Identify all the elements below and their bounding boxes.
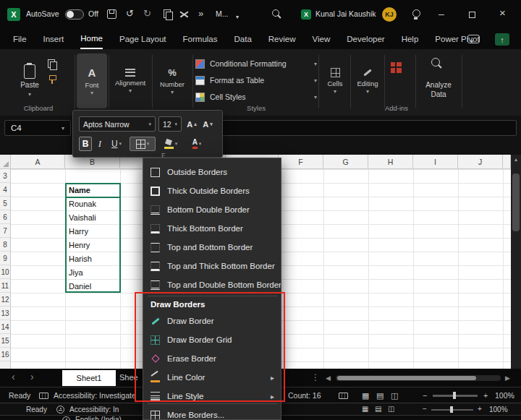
ribbon-group-editing[interactable]: Editing ▾ — [352, 53, 383, 108]
menu-item-thick-bottom-border[interactable]: Thick Bottom Border — [143, 219, 281, 238]
horizontal-scroll-thumb[interactable] — [337, 376, 476, 380]
tab-help[interactable]: Help — [402, 30, 419, 48]
tab-view[interactable]: View — [313, 30, 331, 48]
column-header[interactable] — [503, 155, 511, 169]
cell-b4-name-header[interactable]: Name — [67, 183, 119, 197]
menu-item-bottom-double-border[interactable]: Bottom Double Border — [143, 200, 281, 219]
format-as-table-button[interactable]: Format as Table ▾ — [195, 73, 317, 87]
cut-icon[interactable] — [179, 9, 189, 19]
column-header[interactable]: I — [413, 155, 458, 169]
italic-button[interactable]: I — [95, 137, 105, 151]
row-header[interactable]: 6 — [0, 210, 10, 224]
close-button[interactable]: × — [499, 7, 506, 19]
row-header[interactable]: 15 — [0, 334, 10, 348]
scroll-left-icon[interactable]: ◀ — [326, 374, 331, 382]
view-page-layout-icon[interactable]: ▤ — [375, 405, 381, 413]
underline-button[interactable]: U ▾ — [108, 137, 125, 151]
cell-b11[interactable]: Daniel — [67, 279, 119, 293]
tab-page-layout[interactable]: Page Layout — [119, 30, 166, 48]
zoom-percent-2[interactable]: 100% — [489, 406, 508, 413]
view-page-break-icon[interactable]: ◫ — [391, 391, 398, 400]
font-size-combo[interactable]: 12 ▾ — [158, 116, 182, 132]
ribbon-group-font[interactable]: A Font ▾ — [77, 53, 107, 108]
cell-b10[interactable]: Jiya — [67, 265, 119, 279]
status-accessibility[interactable]: Accessibility: Investigate — [54, 391, 136, 400]
cell-b6[interactable]: Vaishali — [67, 210, 119, 224]
shrink-font-button[interactable]: A▾ — [200, 116, 215, 132]
tab-home[interactable]: Home — [80, 30, 103, 49]
borders-button[interactable]: ▾ — [130, 137, 156, 151]
search-icon[interactable] — [272, 9, 282, 20]
autosave-toggle[interactable] — [65, 9, 84, 20]
row-header[interactable]: 13 — [0, 307, 10, 320]
analyze-data-icon[interactable] — [431, 58, 443, 69]
column-header[interactable]: G — [323, 155, 368, 169]
view-normal-icon[interactable]: ▦ — [362, 405, 368, 413]
menu-item-outside-borders[interactable]: Outside Borders — [143, 163, 281, 181]
copy-small-icon[interactable] — [48, 59, 56, 69]
menu-item-top-and-thick-bottom-border[interactable]: Top and Thick Bottom Border — [143, 257, 281, 275]
copy-icon[interactable] — [164, 9, 172, 19]
cell-styles-button[interactable]: Cell Styles ▾ — [195, 90, 317, 104]
view-normal-icon[interactable]: ▦ — [362, 391, 369, 400]
column-header[interactable]: H — [368, 155, 413, 169]
vertical-scroll-thumb[interactable] — [512, 173, 520, 231]
row-header[interactable]: 8 — [0, 238, 10, 252]
row-header[interactable]: 5 — [0, 197, 10, 210]
column-header[interactable]: A — [11, 155, 65, 169]
tab-developer[interactable]: Developer — [347, 30, 384, 48]
menu-item-draw-border-grid[interactable]: Draw Border Grid — [143, 330, 281, 349]
minimize-button[interactable]: – — [439, 8, 444, 20]
row-header[interactable]: 3 — [0, 169, 10, 183]
save-icon[interactable] — [107, 9, 117, 19]
row-header[interactable]: 10 — [0, 265, 10, 279]
row-header[interactable]: 16 — [0, 348, 10, 361]
tab-data[interactable]: Data — [234, 30, 252, 48]
font-name-combo[interactable]: Aptos Narrow ▾ — [79, 116, 156, 132]
grow-font-button[interactable]: A▴ — [185, 116, 199, 132]
column-header[interactable]: F — [279, 155, 323, 169]
cell-b5[interactable]: Rounak — [67, 197, 119, 210]
view-page-layout-icon[interactable]: ▤ — [376, 391, 384, 400]
row-header[interactable]: 9 — [0, 252, 10, 265]
zoom-slider-knob[interactable] — [453, 392, 456, 399]
row-header[interactable]: 7 — [0, 224, 10, 238]
scroll-up-icon[interactable]: ▴ — [511, 156, 521, 163]
row-header[interactable]: 14 — [0, 320, 10, 334]
sheet-prev-icon[interactable]: ‹ — [12, 371, 15, 382]
zoom-in-icon[interactable]: + — [483, 391, 488, 400]
sheet-tab-active[interactable]: Sheet1 — [62, 370, 116, 386]
cell-b8[interactable]: Henry — [67, 238, 119, 252]
zoom-percent[interactable]: 100% — [495, 391, 514, 400]
tab-file[interactable]: File — [13, 30, 27, 48]
cell-b9[interactable]: Harish — [67, 252, 119, 265]
comments-icon[interactable] — [467, 35, 480, 43]
ribbon-group-cells[interactable]: Cells ▾ — [321, 53, 349, 108]
menu-item-erase-border[interactable]: Erase Border — [143, 349, 281, 368]
ribbon-group-number[interactable]: % Number ▾ — [153, 53, 191, 108]
select-all-corner[interactable] — [0, 155, 11, 169]
sheet-next-icon[interactable]: › — [30, 371, 34, 382]
scroll-right-icon[interactable]: ▶ — [505, 374, 510, 382]
row-header[interactable]: 11 — [0, 279, 10, 293]
lightbulb-icon[interactable] — [412, 9, 420, 20]
menu-item-draw-border[interactable]: Draw Border — [143, 312, 281, 330]
tab-review[interactable]: Review — [268, 30, 296, 48]
cell-b7[interactable]: Harry — [67, 224, 119, 238]
paste-button[interactable]: Paste ▾ — [14, 53, 45, 108]
name-box[interactable]: C4 ▾ — [4, 120, 71, 136]
zoom-out-icon[interactable]: − — [423, 405, 427, 413]
menu-item-top-and-double-bottom-border[interactable]: Top and Double Bottom Border — [143, 275, 281, 294]
user-avatar[interactable]: KJ — [382, 7, 397, 22]
font-color-button[interactable]: A ▾ — [186, 137, 208, 151]
add-ins-icon[interactable] — [391, 62, 402, 73]
tab-insert[interactable]: Insert — [43, 30, 64, 48]
restore-button[interactable] — [469, 12, 475, 18]
user-name[interactable]: Kunal Jai Kaushik — [315, 9, 376, 18]
conditional-formatting-button[interactable]: Conditional Formatting ▾ — [195, 56, 317, 71]
redo-icon[interactable]: ↻ — [143, 8, 151, 20]
zoom-in-icon[interactable]: + — [478, 405, 482, 413]
tab-formulas[interactable]: Formulas — [183, 30, 218, 48]
sheet-tab-partial[interactable]: Shee — [119, 373, 138, 382]
vertical-scrollbar[interactable]: ▴ — [511, 155, 521, 369]
